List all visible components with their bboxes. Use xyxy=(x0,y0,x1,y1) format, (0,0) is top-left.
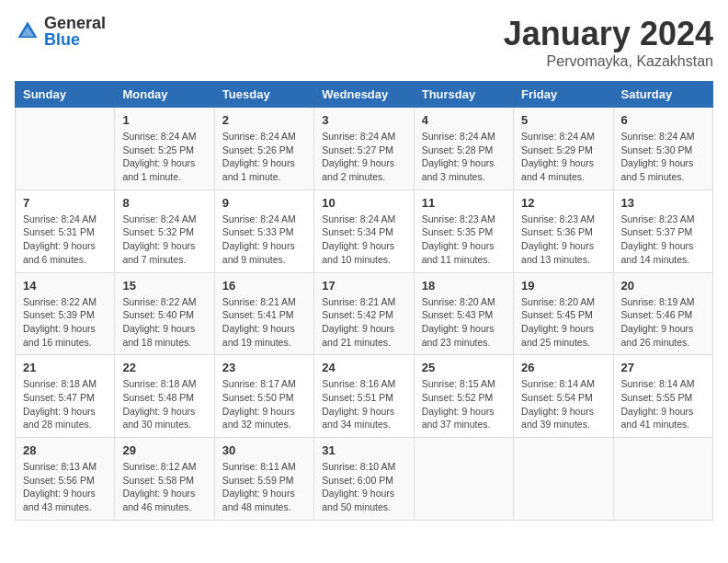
day-number: 1 xyxy=(122,113,206,127)
day-info: Sunrise: 8:14 AMSunset: 5:54 PMDaylight:… xyxy=(521,377,605,431)
day-number: 25 xyxy=(422,361,506,374)
day-info: Sunrise: 8:24 AMSunset: 5:34 PMDaylight:… xyxy=(322,213,405,267)
day-info: Sunrise: 8:12 AMSunset: 5:58 PMDaylight:… xyxy=(122,460,206,514)
day-number: 28 xyxy=(23,443,107,457)
logo-text: General Blue xyxy=(44,15,106,48)
location-subtitle: Pervomayka, Kazakhstan xyxy=(504,53,713,70)
day-cell xyxy=(613,438,712,521)
day-info: Sunrise: 8:23 AMSunset: 5:36 PMDaylight:… xyxy=(521,213,605,267)
day-info: Sunrise: 8:24 AMSunset: 5:32 PMDaylight:… xyxy=(122,213,206,267)
day-info: Sunrise: 8:13 AMSunset: 5:56 PMDaylight:… xyxy=(23,460,107,514)
day-cell: 1Sunrise: 8:24 AMSunset: 5:25 PMDaylight… xyxy=(115,108,214,190)
day-number: 6 xyxy=(621,113,705,127)
day-number: 11 xyxy=(422,196,506,210)
day-info: Sunrise: 8:22 AMSunset: 5:40 PMDaylight:… xyxy=(122,295,206,350)
weekday-header-sunday: Sunday xyxy=(16,82,115,108)
day-cell: 23Sunrise: 8:17 AMSunset: 5:50 PMDayligh… xyxy=(214,355,313,438)
day-cell: 18Sunrise: 8:20 AMSunset: 5:43 PMDayligh… xyxy=(414,272,513,355)
day-number: 17 xyxy=(322,279,405,293)
day-info: Sunrise: 8:24 AMSunset: 5:26 PMDaylight:… xyxy=(222,130,306,184)
day-number: 7 xyxy=(23,196,107,210)
day-number: 15 xyxy=(122,279,206,293)
day-cell xyxy=(16,108,115,190)
week-row-0: 1Sunrise: 8:24 AMSunset: 5:25 PMDaylight… xyxy=(16,108,713,190)
day-info: Sunrise: 8:18 AMSunset: 5:47 PMDaylight:… xyxy=(23,377,107,431)
day-cell: 12Sunrise: 8:23 AMSunset: 5:36 PMDayligh… xyxy=(514,190,613,272)
day-info: Sunrise: 8:23 AMSunset: 5:37 PMDaylight:… xyxy=(621,213,705,267)
logo-general: General xyxy=(44,15,106,31)
day-cell: 6Sunrise: 8:24 AMSunset: 5:30 PMDaylight… xyxy=(613,108,712,190)
day-number: 24 xyxy=(322,361,405,374)
day-cell: 4Sunrise: 8:24 AMSunset: 5:28 PMDaylight… xyxy=(414,108,513,190)
month-title: January 2024 xyxy=(504,15,713,53)
day-cell: 28Sunrise: 8:13 AMSunset: 5:56 PMDayligh… xyxy=(16,438,115,521)
day-info: Sunrise: 8:24 AMSunset: 5:30 PMDaylight:… xyxy=(621,130,705,184)
day-cell: 25Sunrise: 8:15 AMSunset: 5:52 PMDayligh… xyxy=(414,355,513,438)
day-number: 23 xyxy=(222,361,306,374)
day-cell: 13Sunrise: 8:23 AMSunset: 5:37 PMDayligh… xyxy=(613,190,712,272)
day-cell: 27Sunrise: 8:14 AMSunset: 5:55 PMDayligh… xyxy=(613,355,712,438)
day-cell: 15Sunrise: 8:22 AMSunset: 5:40 PMDayligh… xyxy=(115,272,214,355)
day-info: Sunrise: 8:14 AMSunset: 5:55 PMDaylight:… xyxy=(621,377,705,431)
calendar-body: 1Sunrise: 8:24 AMSunset: 5:25 PMDaylight… xyxy=(16,108,713,521)
weekday-header-wednesday: Wednesday xyxy=(314,82,414,108)
day-number: 13 xyxy=(621,196,705,210)
calendar-table: SundayMondayTuesdayWednesdayThursdayFrid… xyxy=(15,81,713,521)
day-info: Sunrise: 8:23 AMSunset: 5:35 PMDaylight:… xyxy=(422,213,506,267)
weekday-header-tuesday: Tuesday xyxy=(214,82,313,108)
day-number: 9 xyxy=(222,196,306,210)
day-number: 26 xyxy=(521,361,605,374)
day-number: 3 xyxy=(322,113,405,127)
weekday-header-monday: Monday xyxy=(115,82,214,108)
day-info: Sunrise: 8:24 AMSunset: 5:27 PMDaylight:… xyxy=(322,130,405,184)
day-number: 30 xyxy=(222,443,306,457)
day-info: Sunrise: 8:24 AMSunset: 5:31 PMDaylight:… xyxy=(23,213,107,267)
day-cell: 22Sunrise: 8:18 AMSunset: 5:48 PMDayligh… xyxy=(115,355,214,438)
week-row-4: 28Sunrise: 8:13 AMSunset: 5:56 PMDayligh… xyxy=(16,438,713,521)
day-info: Sunrise: 8:21 AMSunset: 5:41 PMDaylight:… xyxy=(222,295,306,350)
day-cell: 10Sunrise: 8:24 AMSunset: 5:34 PMDayligh… xyxy=(314,190,414,272)
day-info: Sunrise: 8:21 AMSunset: 5:42 PMDaylight:… xyxy=(322,295,405,350)
day-info: Sunrise: 8:24 AMSunset: 5:33 PMDaylight:… xyxy=(222,213,306,267)
calendar-header: SundayMondayTuesdayWednesdayThursdayFrid… xyxy=(16,82,713,108)
day-number: 29 xyxy=(122,443,206,457)
page-header: General Blue January 2024 Pervomayka, Ka… xyxy=(15,15,713,70)
day-cell: 21Sunrise: 8:18 AMSunset: 5:47 PMDayligh… xyxy=(16,355,115,438)
day-number: 31 xyxy=(322,443,405,457)
weekday-header-saturday: Saturday xyxy=(613,82,712,108)
day-info: Sunrise: 8:20 AMSunset: 5:43 PMDaylight:… xyxy=(422,295,506,350)
day-info: Sunrise: 8:24 AMSunset: 5:25 PMDaylight:… xyxy=(122,130,206,184)
week-row-2: 14Sunrise: 8:22 AMSunset: 5:39 PMDayligh… xyxy=(16,272,713,355)
day-info: Sunrise: 8:24 AMSunset: 5:29 PMDaylight:… xyxy=(521,130,605,184)
week-row-3: 21Sunrise: 8:18 AMSunset: 5:47 PMDayligh… xyxy=(16,355,713,438)
day-info: Sunrise: 8:17 AMSunset: 5:50 PMDaylight:… xyxy=(222,377,306,431)
day-cell: 20Sunrise: 8:19 AMSunset: 5:46 PMDayligh… xyxy=(613,272,712,355)
logo-blue: Blue xyxy=(44,31,106,48)
day-number: 27 xyxy=(621,361,705,374)
day-number: 2 xyxy=(222,113,306,127)
day-number: 20 xyxy=(621,279,705,293)
day-number: 14 xyxy=(23,279,107,293)
day-cell: 29Sunrise: 8:12 AMSunset: 5:58 PMDayligh… xyxy=(115,438,214,521)
day-number: 16 xyxy=(222,279,306,293)
day-cell: 14Sunrise: 8:22 AMSunset: 5:39 PMDayligh… xyxy=(16,272,115,355)
day-cell: 9Sunrise: 8:24 AMSunset: 5:33 PMDaylight… xyxy=(214,190,313,272)
day-number: 19 xyxy=(521,279,605,293)
day-cell xyxy=(414,438,513,521)
day-info: Sunrise: 8:20 AMSunset: 5:45 PMDaylight:… xyxy=(521,295,605,350)
weekday-header-friday: Friday xyxy=(514,82,613,108)
day-number: 18 xyxy=(422,279,506,293)
day-info: Sunrise: 8:10 AMSunset: 6:00 PMDaylight:… xyxy=(322,460,405,514)
day-info: Sunrise: 8:18 AMSunset: 5:48 PMDaylight:… xyxy=(122,377,206,431)
day-info: Sunrise: 8:11 AMSunset: 5:59 PMDaylight:… xyxy=(222,460,306,514)
day-number: 21 xyxy=(23,361,107,374)
week-row-1: 7Sunrise: 8:24 AMSunset: 5:31 PMDaylight… xyxy=(16,190,713,272)
day-info: Sunrise: 8:16 AMSunset: 5:51 PMDaylight:… xyxy=(322,377,405,431)
day-number: 4 xyxy=(422,113,506,127)
day-info: Sunrise: 8:15 AMSunset: 5:52 PMDaylight:… xyxy=(422,377,506,431)
day-cell xyxy=(514,438,613,521)
day-cell: 26Sunrise: 8:14 AMSunset: 5:54 PMDayligh… xyxy=(514,355,613,438)
day-number: 8 xyxy=(122,196,206,210)
day-info: Sunrise: 8:19 AMSunset: 5:46 PMDaylight:… xyxy=(621,295,705,350)
day-number: 12 xyxy=(521,196,605,210)
